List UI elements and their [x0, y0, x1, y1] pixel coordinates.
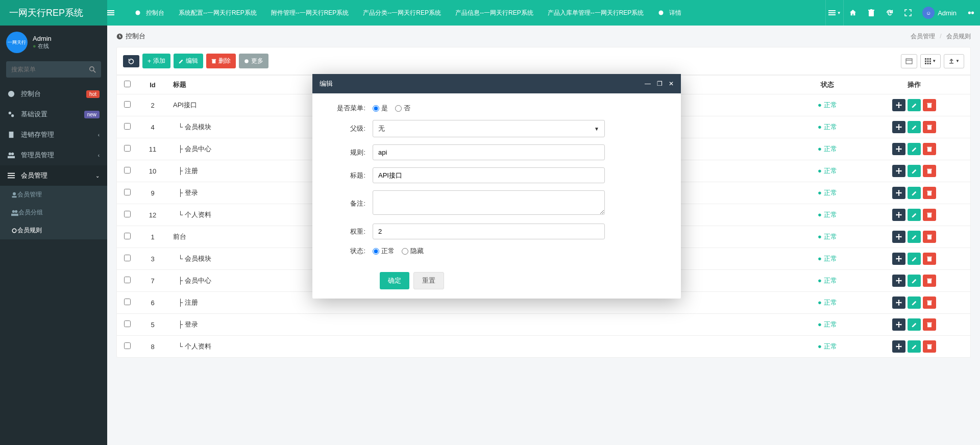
- toggle-sidebar-button[interactable]: [107, 9, 128, 16]
- row-checkbox[interactable]: [124, 189, 131, 195]
- sidebar-item[interactable]: 进销存管理‹: [0, 125, 107, 145]
- row-checkbox[interactable]: [124, 233, 131, 239]
- row-delete-icon[interactable]: [923, 121, 936, 133]
- modal-header[interactable]: 编辑 — ❐ ✕: [312, 74, 681, 93]
- row-edit-icon[interactable]: [908, 143, 921, 155]
- submit-button[interactable]: 确定: [380, 272, 409, 289]
- close-icon[interactable]: ✕: [669, 80, 674, 87]
- move-icon[interactable]: [892, 165, 905, 177]
- status-badge[interactable]: 正常: [818, 277, 837, 284]
- title-input[interactable]: [373, 167, 605, 183]
- move-icon[interactable]: [892, 231, 905, 243]
- sidebar-subitem[interactable]: 会员分组: [0, 204, 107, 221]
- row-edit-icon[interactable]: [908, 121, 921, 133]
- row-edit-icon[interactable]: [908, 340, 921, 353]
- row-edit-icon[interactable]: [908, 253, 921, 265]
- row-checkbox[interactable]: [124, 342, 131, 349]
- trash-icon[interactable]: [862, 0, 880, 26]
- row-checkbox[interactable]: [124, 255, 131, 261]
- row-edit-icon[interactable]: [908, 187, 921, 199]
- row-edit-icon[interactable]: [908, 275, 921, 287]
- add-button[interactable]: +添加: [142, 54, 170, 68]
- delete-button[interactable]: 删除: [206, 54, 236, 68]
- list-menu-button[interactable]: ▼: [825, 0, 844, 26]
- sidebar-subitem[interactable]: 会员规则: [0, 221, 107, 239]
- reset-button[interactable]: 重置: [413, 272, 444, 289]
- breadcrumb-item[interactable]: 会员管理: [911, 33, 935, 40]
- sidebar-item[interactable]: 管理员管理‹: [0, 145, 107, 165]
- row-checkbox[interactable]: [124, 167, 131, 174]
- top-tab[interactable]: 产品分类--一网天行REP系统: [356, 0, 448, 26]
- maximize-icon[interactable]: ❐: [657, 80, 663, 87]
- sidebar-item[interactable]: 基础设置new: [0, 104, 107, 125]
- top-tab[interactable]: 附件管理--一网天行REP系统: [264, 0, 356, 26]
- settings-icon[interactable]: [962, 0, 980, 26]
- col-title[interactable]: 标题: [168, 75, 296, 94]
- refresh-icon[interactable]: [880, 0, 899, 26]
- status-badge[interactable]: 正常: [818, 211, 837, 218]
- rule-input[interactable]: [373, 144, 605, 160]
- row-delete-icon[interactable]: [923, 340, 936, 353]
- user-dropdown[interactable]: ☺ Admin: [917, 7, 962, 19]
- toolbar-view-card[interactable]: [901, 54, 917, 68]
- move-icon[interactable]: [892, 187, 905, 199]
- row-edit-icon[interactable]: [908, 318, 921, 331]
- row-edit-icon[interactable]: [908, 296, 921, 309]
- status-hidden-radio[interactable]: 隐藏: [402, 246, 424, 256]
- col-id[interactable]: Id: [137, 75, 168, 94]
- move-icon[interactable]: [892, 296, 905, 309]
- move-icon[interactable]: [892, 253, 905, 265]
- home-icon[interactable]: [844, 0, 862, 26]
- status-badge[interactable]: 正常: [818, 189, 837, 196]
- row-checkbox[interactable]: [124, 299, 131, 305]
- row-checkbox[interactable]: [124, 145, 131, 152]
- status-badge[interactable]: 正常: [818, 167, 837, 175]
- remark-textarea[interactable]: [373, 190, 605, 215]
- row-delete-icon[interactable]: [923, 231, 936, 243]
- status-badge[interactable]: 正常: [818, 101, 837, 109]
- row-checkbox[interactable]: [124, 101, 131, 108]
- sidebar-subitem[interactable]: 会员管理: [0, 186, 107, 204]
- move-icon[interactable]: [892, 143, 905, 155]
- status-badge[interactable]: 正常: [818, 123, 837, 131]
- row-checkbox[interactable]: [124, 277, 131, 283]
- row-delete-icon[interactable]: [923, 187, 936, 199]
- parent-select[interactable]: 无▼: [373, 120, 605, 137]
- top-tab[interactable]: 产品入库单管理--一网天行REP系统: [541, 0, 651, 26]
- toolbar-export[interactable]: ▼: [944, 54, 964, 68]
- move-icon[interactable]: [892, 121, 905, 133]
- row-delete-icon[interactable]: [923, 99, 936, 111]
- col-status[interactable]: 状态: [797, 75, 858, 94]
- sidebar-item[interactable]: 会员管理⌄: [0, 165, 107, 186]
- select-all-checkbox[interactable]: [124, 81, 131, 87]
- status-badge[interactable]: 正常: [818, 342, 837, 350]
- more-button[interactable]: 更多: [239, 54, 268, 68]
- edit-button[interactable]: 编辑: [174, 54, 203, 68]
- expand-icon[interactable]: [899, 0, 917, 26]
- row-delete-icon[interactable]: [923, 209, 936, 221]
- row-checkbox[interactable]: [124, 320, 131, 327]
- row-edit-icon[interactable]: [908, 99, 921, 111]
- move-icon[interactable]: [892, 340, 905, 353]
- status-badge[interactable]: 正常: [818, 145, 837, 153]
- row-edit-icon[interactable]: [908, 165, 921, 177]
- weight-input[interactable]: [373, 224, 605, 239]
- row-delete-icon[interactable]: [923, 143, 936, 155]
- row-checkbox[interactable]: [124, 123, 131, 130]
- row-delete-icon[interactable]: [923, 253, 936, 265]
- status-badge[interactable]: 正常: [818, 233, 837, 240]
- move-icon[interactable]: [892, 209, 905, 221]
- row-delete-icon[interactable]: [923, 165, 936, 177]
- row-delete-icon[interactable]: [923, 318, 936, 331]
- status-badge[interactable]: 正常: [818, 320, 837, 328]
- search-input[interactable]: [11, 66, 89, 73]
- sidebar-item[interactable]: 控制台hot: [0, 84, 107, 104]
- toolbar-view-grid[interactable]: ▼: [920, 54, 941, 68]
- status-normal-radio[interactable]: 正常: [373, 246, 395, 256]
- row-checkbox[interactable]: [124, 211, 131, 217]
- row-edit-icon[interactable]: [908, 209, 921, 221]
- status-badge[interactable]: 正常: [818, 299, 837, 306]
- top-tab[interactable]: 详情: [651, 0, 689, 26]
- top-tab[interactable]: 系统配置--一网天行REP系统: [172, 0, 264, 26]
- ismenu-no-radio[interactable]: 否: [395, 104, 410, 113]
